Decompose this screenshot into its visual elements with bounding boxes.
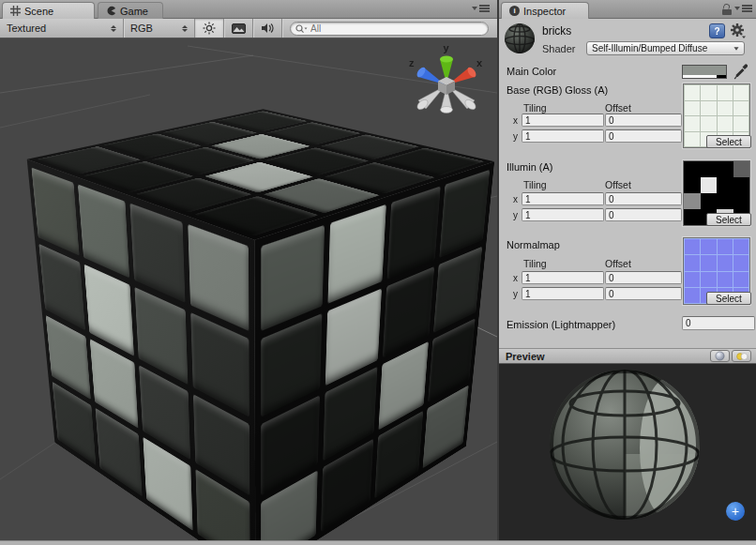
scene-lighting-toggle[interactable] (195, 19, 223, 38)
eyedropper-icon[interactable] (733, 61, 748, 80)
add-icon[interactable]: + (726, 502, 745, 521)
base-select-button[interactable]: Select (706, 135, 751, 148)
base-offset-y-field[interactable] (605, 129, 682, 143)
gizmo-x-label: x (476, 57, 483, 68)
x-row-label: x (513, 115, 518, 126)
tab-scene[interactable]: Scene (2, 2, 95, 19)
gizmo-y-label: y (444, 42, 450, 53)
tile-cell (733, 255, 748, 270)
tile-cell (733, 101, 748, 116)
tile-cell (684, 209, 701, 225)
shader-dropdown[interactable]: Self-Illumin/Bumped Diffuse (586, 41, 745, 55)
tile-cell (733, 161, 750, 177)
tile-cell (685, 288, 700, 303)
info-icon: i (509, 6, 520, 16)
y-row-label: y (513, 131, 518, 142)
tile-cell (733, 239, 748, 254)
tile-cell (261, 225, 325, 331)
tile-cell (733, 177, 750, 193)
inspector-pane-menu[interactable] (734, 5, 752, 12)
image-icon (232, 23, 246, 34)
tile-cell (684, 193, 701, 209)
scene-pane-menu[interactable] (472, 5, 490, 12)
scene-viewport[interactable]: y x z (0, 38, 497, 540)
normalmap-offset-y-field[interactable] (605, 287, 682, 300)
tiling-header: Tiling (523, 102, 547, 114)
tile-cell (718, 239, 733, 254)
tile-cell (684, 177, 701, 193)
tile-cell (327, 204, 386, 304)
base-offset-x-field[interactable] (605, 114, 682, 127)
tab-inspector-label: Inspector (523, 6, 566, 17)
offset-header: Offset (605, 179, 631, 190)
unity-editor-window: Scene Game Textured RGB (0, 0, 756, 545)
normalmap-section-label: Normalmap (507, 239, 560, 250)
tile-cell (386, 186, 441, 279)
scene-toolbar: Textured RGB (0, 19, 497, 38)
brick-cube[interactable] (105, 157, 415, 466)
illumin-tiling-x-field[interactable] (522, 192, 604, 205)
scene-pane: Scene Game Textured RGB (0, 0, 497, 545)
tile-cell (31, 168, 79, 256)
scene-grid-icon (10, 6, 21, 16)
tile-cell (701, 177, 718, 193)
base-section-label: Base (RGB) Gloss (A) (507, 84, 608, 96)
y-row-label: y (513, 210, 518, 220)
tile-cell (733, 116, 748, 131)
illumin-offset-x-field[interactable] (605, 192, 682, 205)
illumin-offset-y-field[interactable] (605, 208, 682, 221)
tile-cell (78, 184, 129, 278)
search-input[interactable] (310, 23, 451, 34)
scene-audio-toggle[interactable] (253, 19, 281, 38)
main-color-label: Main Color (507, 66, 556, 77)
normalmap-tiling-x-field[interactable] (522, 271, 604, 284)
preview-lighting-button[interactable] (732, 350, 751, 362)
normalmap-tiling-y-field[interactable] (522, 287, 604, 300)
illumin-select-button[interactable]: Select (706, 213, 751, 226)
inspector-lock[interactable] (722, 4, 732, 15)
inspector-pane: i Inspector br (499, 0, 756, 545)
base-tiling-x-field[interactable] (522, 114, 604, 127)
tile-cell (701, 161, 718, 177)
tile-cell (717, 161, 733, 177)
illumin-tiling-y-field[interactable] (522, 208, 604, 221)
main-color-swatch[interactable] (682, 65, 727, 79)
illumin-section-label: Illumin (A) (507, 161, 553, 173)
material-sphere-icon (503, 22, 537, 55)
material-preview-area[interactable]: + (499, 364, 756, 540)
color-mode-dropdown[interactable]: RGB (124, 19, 194, 38)
preview-sphere-button-icon (715, 351, 725, 361)
tile-cell (685, 116, 700, 131)
emission-field[interactable] (682, 316, 755, 330)
orientation-gizmo[interactable]: y x z (401, 38, 491, 125)
search-icon (295, 24, 308, 34)
normalmap-offset-x-field[interactable] (605, 271, 682, 284)
scene-tabbar: Scene Game (0, 0, 497, 19)
tab-inspector[interactable]: i Inspector (501, 2, 589, 19)
tab-game[interactable]: Game (98, 2, 163, 19)
base-tiling-y-field[interactable] (522, 129, 604, 143)
tile-cell (701, 101, 716, 116)
tile-cell (733, 272, 748, 287)
preview-sphere-button[interactable] (710, 350, 730, 362)
scene-search-field[interactable] (290, 22, 489, 36)
material-name: bricks (542, 24, 571, 38)
inspector-tabbar: i Inspector (499, 0, 756, 19)
draw-mode-dropdown[interactable]: Textured (0, 19, 123, 38)
draw-mode-label: Textured (7, 23, 46, 34)
tile-cell (701, 193, 718, 209)
normalmap-select-button[interactable]: Select (706, 292, 751, 305)
shader-label: Shader (542, 43, 575, 54)
gear-icon[interactable] (730, 23, 747, 39)
window-bottom-edge (0, 540, 756, 545)
color-mode-label: RGB (130, 23, 153, 34)
chevron-down-icon (472, 7, 477, 10)
offset-header: Offset (605, 102, 631, 114)
tile-cell (685, 101, 700, 116)
updown-icon (182, 25, 188, 32)
help-icon[interactable]: ? (709, 23, 725, 38)
scene-render-paths-toggle[interactable] (224, 19, 252, 38)
preview-lights-button-icon (735, 352, 748, 361)
tile-cell (718, 116, 733, 131)
preview-header[interactable]: Preview (499, 348, 756, 364)
